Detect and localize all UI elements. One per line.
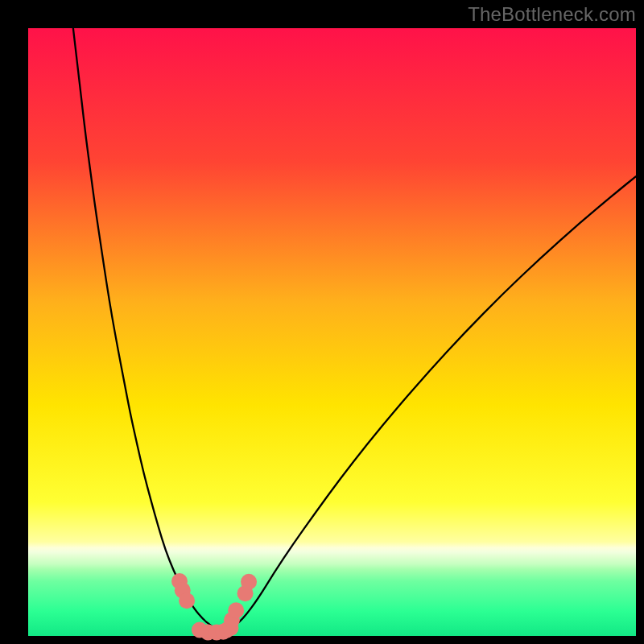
plot-background — [28, 28, 636, 636]
marker-floor-markers — [228, 602, 244, 618]
marker-right-knee-markers — [241, 574, 257, 590]
chart-frame: TheBottleneck.com — [0, 0, 644, 644]
marker-left-knee-markers — [179, 592, 195, 609]
chart-canvas — [0, 0, 644, 644]
watermark-text: TheBottleneck.com — [468, 3, 636, 26]
